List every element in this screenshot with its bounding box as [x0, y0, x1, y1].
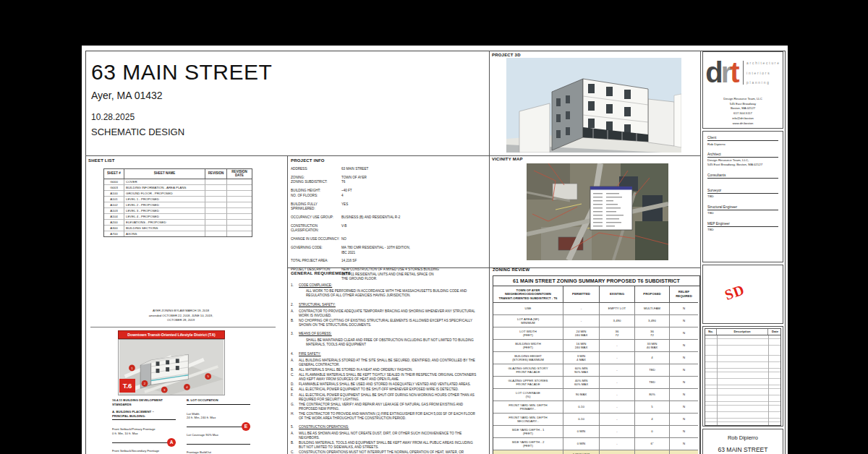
standard-item: Lot Coverage 90% Max	[187, 427, 250, 445]
project-3d-label: PROJECT 3D	[492, 53, 521, 57]
zoning-table-row: FRONT YARD MIN. DEPTH SECONDARY... 0-10 …	[493, 414, 699, 426]
general-requirements-line: H. THE CONTRACTOR TO PROVIDE AND MAINTAI…	[291, 412, 480, 421]
party-entry: Surveyor TBD	[707, 189, 778, 199]
zoning-table-row: SIDE YARD DEPTH - 1 (FEET) 0 MIN - 0 N	[493, 426, 699, 438]
sheet-list-row: A700 AXONS	[104, 231, 252, 236]
party-entry: Consultants	[707, 174, 778, 183]
project-address: Ayer, MA 01432	[91, 90, 163, 101]
project-info-row: BUILDING FULLY SPRINKLERED: YES	[291, 202, 480, 212]
sheet-list-row: A300 BUILDING SECTIONS	[104, 226, 252, 231]
project-info-row: OCCUPANCY USE GROUP: BUSINESS (B) AND RE…	[291, 215, 480, 220]
project-info-row: ADDRESS: 63 MAIN STREET	[291, 167, 480, 171]
t6-standards-left-column: 16.4.11 BUILDING DEVELOPMENT STANDARDS A…	[112, 398, 176, 454]
zoning-table-row: LOT COVERAGE (%) 90 MAX - 80% N	[493, 389, 699, 401]
sheet-list-row: A104 LEVEL 4 - PROPOSED	[104, 214, 252, 220]
project-info-row: GOVERNING CODE: MA 780 CMR RESIDENTIAL -…	[291, 246, 480, 255]
general-requirements-line: B. BUILDING MATERIALS, TOOLS AND EQUIPME…	[291, 441, 480, 450]
project-name: 63 MAIN STREET	[703, 446, 783, 453]
party-entry: Architect Design Resource Team, LLC, 545…	[707, 153, 778, 167]
sheet-list-body: G000 COVER G003 BUILDING INFORMATION - A…	[104, 179, 252, 236]
general-requirements-line: SHALL BE MAINTAINED CLEAR AND FREE OF OB…	[291, 338, 480, 347]
zoning-table-row: # OF PARKING SPOTS REQUIRED 1 PER UNIT 1…	[493, 450, 699, 454]
t6-district-banner: Downtown Transit-Oriented Lifestyle Dist…	[118, 330, 225, 339]
divider-line	[90, 327, 276, 327]
client-name: Rob Dipierro	[703, 434, 783, 441]
divider-line	[287, 155, 288, 454]
general-requirements-line: 2. STRUCTURAL SAFETY:	[291, 303, 480, 307]
general-requirements-line: A. ALL BUILDING MATERIALS STORED AT THE …	[291, 359, 480, 367]
sheet-list-row: G003 BUILDING INFORMATION - AREA PLANS	[104, 185, 252, 191]
standard-item: Frontage BuildOut 50% along front setbac…	[187, 445, 250, 454]
party-entry: Structural Engineer TBD	[707, 205, 778, 215]
zoning-table-row: LOT AREA (SF) MINIMUM - 3,490 3,490 N	[493, 315, 699, 327]
project-info-list: ADDRESS: 63 MAIN STREET ZONING: ZONING S…	[291, 167, 480, 286]
t6-standards-right-column: B. LOT OCCUPATION Lot Width 24 ft. Min, …	[187, 398, 250, 454]
zoning-review-label: ZONING REVIEW	[493, 267, 529, 272]
standard-item: Front Setback/Primary Frontage 0 ft. Min…	[112, 421, 176, 443]
zoning-table-header: TOWN OF AYER NEIGHBORHOOD/DOWNTOWN TRANS…	[493, 286, 699, 303]
zoning-table-row: BUILDING HEIGHT (STORIES) MAXIMUM 3 MIN …	[493, 352, 699, 364]
general-requirements-line: C. ALL FLAMMABLE MATERIALS SHALL BE KEPT…	[291, 373, 480, 382]
sheet-list-row: A200 ELEVATIONS - PROPOSED	[104, 220, 252, 226]
standard-item: Lot Width 24 ft. Min, 240 ft. Max E	[187, 406, 250, 428]
project-info-row: TOTAL PROJECT AREA: 14,216 SF	[291, 259, 480, 263]
general-requirements-line: E. ALL ELECTRICAL POWER EQUIPMENT TO BE …	[291, 387, 480, 392]
sheet-list-row: A100 GROUND FLOOR - PROPOSED	[104, 191, 252, 197]
divider-line	[489, 51, 490, 454]
zoning-table-title: 61 MAIN STREET ZONING SUMMARY PROPOSED T…	[493, 276, 699, 286]
general-requirements-line: C. CONSTRUCTION OPERATIONS MUST NOT INTE…	[291, 450, 480, 454]
sheet-list-label: SHEET LIST	[88, 158, 115, 163]
party-entry: MEP Engineer TBD	[707, 222, 778, 232]
general-requirements-line: A. CONTRACTOR TO PROVIDE ADEQUATE TEMPOR…	[291, 309, 480, 318]
general-requirements-line: B. ALL MATERIALS SHALL BE STORED IN A NE…	[291, 368, 480, 372]
general-requirements-line: ALL WORK TO BE PERFORMED IN ACCORDANCE W…	[291, 289, 480, 298]
general-requirements-line: A. WILL BE AS SHOWN AND SHALL NOT CREATE…	[291, 432, 480, 440]
standards-subheading: A. BUILDING PLACEMENT – PRINCIPAL BUILDI…	[112, 410, 176, 420]
sheet-list-row: A103 LEVEL 3 - PROPOSED	[104, 208, 252, 214]
logo-word: interiors	[746, 72, 780, 75]
standards-subheading: B. LOT OCCUPATION	[187, 398, 250, 405]
zoning-bylaw-note: AYER ZONING BYLAW MARCH 19, 2018 amended…	[127, 309, 235, 323]
sheet-list-row: G000 COVER	[104, 179, 252, 185]
general-requirements-line: 3. MEANS OF EGRESS:	[291, 332, 480, 336]
standard-key-badge: A	[167, 438, 176, 447]
sheet-title-box: Rob Dipierro 63 MAIN STREET COVER	[702, 429, 783, 454]
stamp-box: SD	[702, 265, 783, 324]
zoning-table-row: FRONT YARD MIN. DEPTH PRIMARY... 0-10 - …	[493, 401, 699, 414]
firm-logo-box: drt architecture interiors planning Desi…	[702, 51, 783, 129]
general-requirements-text: 1. CODE COMPLIANCE: ALL WORK TO BE PERFO…	[291, 278, 480, 454]
zoning-table-body: USE - EMPTY LOT MULTI-FAM N LOT AREA (SF…	[493, 303, 699, 454]
project-info-row: CHANGE IN USE OCCUPANCY: NO	[291, 237, 480, 241]
vicinity-map-label: VICINITY MAP	[492, 157, 523, 161]
zoning-table-row: SIDE YARD DEPTH - 2 (FEET) 0 MIN - 6" N	[493, 438, 699, 450]
general-requirements-line: D. FLAMMABLE MATERIALS SHALL BE USED AND…	[291, 382, 480, 387]
zoning-table-row: USE - EMPTY LOT MULTI-FAM N	[493, 303, 699, 315]
logo-divider-bar	[743, 61, 744, 85]
standards-heading: 16.4.11 BUILDING DEVELOPMENT STANDARDS	[112, 398, 176, 406]
general-requirements-line: F. ALL ELECTRICAL POWER EQUIPMENT SHALL …	[291, 393, 480, 402]
divider-line	[85, 155, 700, 156]
general-requirements-label: GENERAL REQUIREMENTS	[291, 271, 351, 275]
logo-word: planning	[746, 81, 780, 85]
zoning-table-row: GLAZING GROUND STORY FRONT FACADE 60% MI…	[493, 364, 699, 377]
logo-word: architecture	[746, 61, 780, 65]
sheet-list-row: A102 LEVEL 2 - PROPOSED	[104, 202, 252, 208]
project-parties-box: Client Rob Dipierro Architect Design Res…	[702, 131, 783, 262]
divider-line	[700, 51, 701, 454]
project-info-label: PROJECT INFO	[291, 158, 325, 163]
general-requirements-line: 5. CONSTRUCTION OPERATIONS:	[291, 425, 480, 429]
project-info-row: CONSTRUCTION CLASSIFICATION: V-B	[291, 224, 480, 234]
t6-district-badge: T.6	[119, 379, 135, 393]
design-phase: SCHEMATIC DESIGN	[91, 127, 184, 137]
zoning-summary-table: 61 MAIN STREET ZONING SUMMARY PROPOSED T…	[493, 275, 700, 454]
zoning-table-row: GLAZING UPPER STORIES FRONT FACADE 40% M…	[493, 377, 699, 389]
project-info-row: BUILDING HEIGHT: NO. OF FLOORS: ~40 FT 4	[291, 189, 480, 198]
project-info-row: ZONING: ZONING SUBDISTRICT: TOWN OF AYER…	[291, 176, 480, 185]
drawing-sheet-view: 63 MAIN STREET Ayer, MA 01432 10.28.2025…	[0, 0, 868, 454]
issue-date: 10.28.2025	[91, 112, 135, 122]
zoning-table-row: LOT WIDTH (FEET) 24 MIN 240 MAX 36 72 36…	[493, 327, 699, 340]
sheet-list-table: SHEET # SHEET NAME REVISION REVISION DAT…	[103, 168, 252, 237]
general-requirements-line: B. NO CHOPPING OR CUTTING OF EXISTING ST…	[291, 319, 480, 327]
general-requirements-line: G. THE CONTRACTOR SHALL VERIFY AND REPAI…	[291, 403, 480, 411]
party-entry: Client Rob Dipierro	[707, 136, 778, 146]
